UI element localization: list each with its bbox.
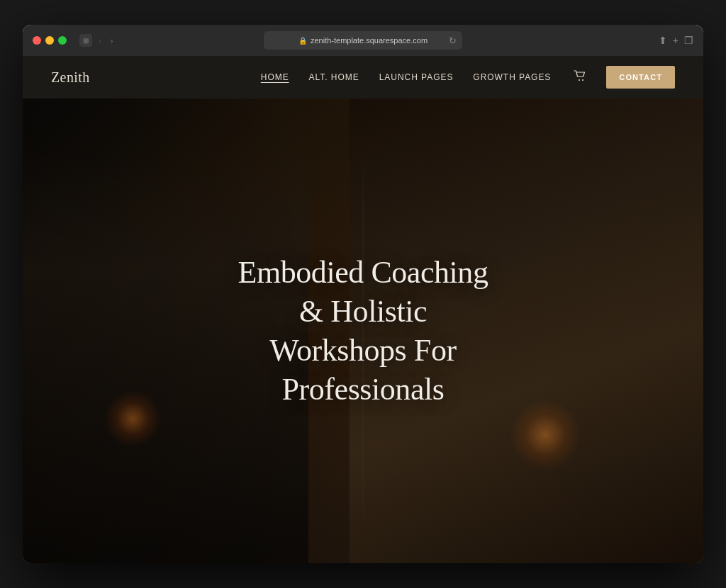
reload-icon[interactable]: ↻ bbox=[449, 35, 457, 46]
copy-button[interactable]: ❐ bbox=[684, 35, 693, 46]
url-text: zenith-template.squarespace.com bbox=[311, 36, 428, 45]
svg-point-0 bbox=[579, 79, 580, 81]
share-button[interactable]: ⬆ bbox=[659, 35, 667, 46]
sidebar-toggle-button[interactable]: ⊞ bbox=[79, 34, 92, 47]
lock-icon: 🔒 bbox=[298, 37, 307, 45]
forward-button[interactable]: › bbox=[108, 34, 115, 47]
hero-heading: Embodied Coaching & Holistic Workshops F… bbox=[214, 253, 512, 409]
title-bar: ⊞ ‹ › 🔒 zenith-template.squarespace.com … bbox=[23, 25, 703, 56]
site-nav: Zenith HOME ALT. HOME LAUNCH PAGES GROWT… bbox=[23, 56, 703, 98]
hero-heading-line2: & Holistic bbox=[299, 294, 427, 329]
address-bar[interactable]: 🔒 zenith-template.squarespace.com ↻ bbox=[264, 31, 462, 50]
traffic-lights bbox=[33, 36, 67, 45]
back-button[interactable]: ‹ bbox=[96, 34, 104, 47]
hero-heading-line4: Professionals bbox=[282, 372, 445, 407]
title-bar-right-buttons: ⬆ + ❐ bbox=[659, 35, 693, 46]
nav-link-home[interactable]: HOME bbox=[261, 72, 289, 82]
hero-heading-line1: Embodied Coaching bbox=[238, 255, 488, 290]
maximize-button[interactable] bbox=[58, 36, 67, 45]
site-logo[interactable]: Zenith bbox=[51, 69, 90, 86]
browser-controls: ⊞ ‹ › bbox=[79, 34, 116, 47]
nav-link-growth-pages[interactable]: GROWTH PAGES bbox=[473, 72, 551, 82]
minimize-button[interactable] bbox=[45, 36, 54, 45]
close-button[interactable] bbox=[33, 36, 41, 45]
hero-heading-line3: Workshops For bbox=[269, 333, 456, 368]
contact-button[interactable]: CONTACT bbox=[606, 66, 675, 89]
nav-link-launch-pages[interactable]: LAUNCH PAGES bbox=[379, 72, 454, 82]
svg-point-1 bbox=[582, 79, 583, 81]
mac-window: ⊞ ‹ › 🔒 zenith-template.squarespace.com … bbox=[23, 25, 703, 563]
new-tab-button[interactable]: + bbox=[673, 35, 678, 46]
hero-section: Embodied Coaching & Holistic Workshops F… bbox=[23, 98, 703, 563]
nav-link-alt-home[interactable]: ALT. HOME bbox=[309, 72, 359, 82]
website-content: Zenith HOME ALT. HOME LAUNCH PAGES GROWT… bbox=[23, 56, 703, 563]
cart-icon[interactable] bbox=[574, 70, 586, 84]
hero-content: Embodied Coaching & Holistic Workshops F… bbox=[214, 253, 512, 409]
nav-links: HOME ALT. HOME LAUNCH PAGES GROWTH PAGES… bbox=[261, 66, 675, 89]
